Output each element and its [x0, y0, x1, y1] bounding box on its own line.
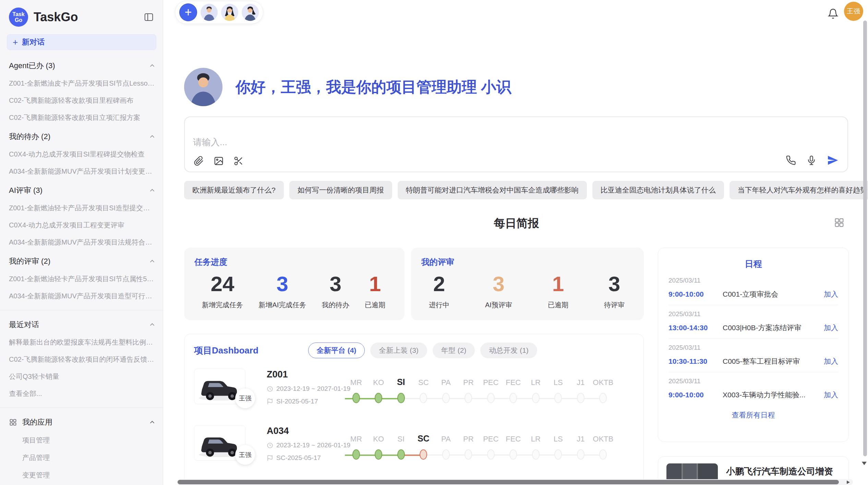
- sidebar-collapse-icon[interactable]: [144, 12, 154, 22]
- list-item[interactable]: C0X4-动力总成开发项目工程变更评审: [9, 221, 156, 230]
- list-item[interactable]: Z001-全新燃油皮卡产品开发项目SI节点Lesson Learn报告: [9, 79, 156, 88]
- list-item[interactable]: Z001-全新燃油轻卡产品开发项目SI造型提交物评审: [9, 203, 156, 213]
- horizontal-scrollbar-thumb[interactable]: [178, 480, 839, 484]
- sidebar-item-my-apps[interactable]: 我的应用: [9, 417, 156, 427]
- sidebar-item-project-mgmt[interactable]: 项目管理: [22, 436, 156, 445]
- join-button[interactable]: 加入: [824, 357, 838, 366]
- tab-new-body[interactable]: 全新上装 (3): [370, 343, 427, 358]
- chevron-up-icon[interactable]: [148, 258, 156, 265]
- list-item[interactable]: A034-全新新能源MUV产品开发项目法规符合性评审: [9, 238, 156, 247]
- card-title: 我的评审: [421, 257, 634, 268]
- section-title: AI评审 (3): [9, 185, 43, 196]
- project-code[interactable]: A034: [267, 426, 345, 436]
- project-flag-date: SI-2025-05-17: [276, 398, 318, 405]
- scissors-icon[interactable]: [233, 156, 244, 166]
- new-chat-button[interactable]: + 新对话: [7, 34, 156, 50]
- list-item[interactable]: 公司Q3轻卡销量: [9, 372, 156, 381]
- milestone-node: [420, 449, 427, 460]
- phone-icon[interactable]: [786, 155, 796, 165]
- clock-icon: [267, 386, 273, 392]
- milestone-node: [352, 449, 360, 460]
- view-all-schedule-link[interactable]: 查看所有日程: [668, 410, 838, 420]
- milestone: PA: [435, 431, 457, 460]
- stat-ai-prereview: 3 AI预评审: [485, 271, 512, 310]
- milestone-node: [509, 393, 517, 403]
- attachment-icon[interactable]: [194, 156, 204, 166]
- tab-powertrain[interactable]: 动总开发 (1): [480, 343, 537, 358]
- milestone-node: [599, 393, 607, 403]
- section-ai-review[interactable]: AI评审 (3): [9, 185, 156, 196]
- join-button[interactable]: 加入: [824, 390, 838, 400]
- suggestion-chip[interactable]: 当下年轻人对汽车外观有怎样的喜好趋势: [730, 181, 868, 199]
- join-button[interactable]: 加入: [824, 323, 838, 333]
- schedule-item: 2025/03/11 9:00-10:00 X003-车辆动力学性能验... 加…: [668, 372, 838, 406]
- project-dates: 2023-12-19 ~ 2027-01-19: [276, 385, 350, 393]
- scroll-right-arrow[interactable]: [847, 481, 850, 484]
- chevron-up-icon[interactable]: [148, 62, 156, 70]
- app-title: TaskGo: [34, 10, 144, 24]
- chat-input[interactable]: [193, 123, 742, 151]
- list-item[interactable]: C02-飞腾新能源轻客改款项目的闭环通告反馈情况: [9, 355, 156, 364]
- milestone-node: [577, 449, 584, 460]
- milestone: PR: [457, 431, 480, 460]
- suggestion-chip[interactable]: 特朗普可能对进口汽车增税会对中国车企造成哪些影响: [398, 181, 587, 199]
- project-owner-badge[interactable]: 王强: [235, 445, 255, 465]
- schedule-title: 日程: [668, 258, 838, 270]
- horizontal-scrollbar[interactable]: [177, 479, 853, 485]
- input-left-icons: [194, 156, 244, 166]
- milestone-node: [509, 449, 517, 460]
- milestone: MR: [345, 374, 367, 403]
- chevron-up-icon[interactable]: [148, 133, 156, 140]
- list-item[interactable]: C02-飞腾新能源轻客改款项目立项汇报方案: [9, 113, 156, 122]
- stat-overdue: 1 已逾期: [365, 271, 385, 310]
- chat-input-box[interactable]: [184, 116, 848, 172]
- milestone-node: [554, 393, 562, 403]
- milestone-node: [577, 393, 584, 403]
- suggestion-chip[interactable]: 如何写一份清晰的项目周报: [289, 181, 392, 199]
- project-owner-badge[interactable]: 王强: [235, 388, 255, 408]
- clock-icon: [267, 442, 273, 449]
- suggestion-chip[interactable]: 欧洲新规最近颁布了什么?: [184, 181, 284, 199]
- milestone-track: MR KO SI SC PA PR PEC FEC LR LS J1 OKTB: [345, 369, 634, 415]
- section-my-todo[interactable]: 我的待办 (2): [9, 132, 156, 142]
- tab-model-year[interactable]: 年型 (2): [433, 343, 475, 358]
- project-code[interactable]: Z001: [267, 369, 345, 380]
- list-item[interactable]: 解释最新出台的欧盟报废车法规再生塑料比例被调至15%...: [9, 338, 156, 347]
- dashboard-title: 项目Dashboard: [194, 345, 258, 357]
- join-button[interactable]: 加入: [824, 289, 838, 299]
- section-agent-done[interactable]: Agent已办 (3): [9, 61, 156, 71]
- sidebar-item-product-mgmt[interactable]: 产品管理: [22, 453, 156, 462]
- input-right-icons: [786, 154, 839, 166]
- right-column: 日程 2025/03/11 9:00-10:00 C001-立项审批会 加入 2…: [658, 248, 849, 485]
- section-recent-chats[interactable]: 最近对话: [9, 320, 156, 330]
- list-item[interactable]: A034-全新新能源MUV产品开发项目造型可行性评审: [9, 291, 156, 301]
- project-flag-date: SC-2025-05-17: [276, 454, 321, 462]
- suggestion-chip[interactable]: 比亚迪全固态电池计划具体说了什么: [592, 181, 724, 199]
- vertical-scrollbar-thumb[interactable]: [863, 21, 867, 456]
- greeting-text: 你好，王强，我是你的项目管理助理 小识: [236, 77, 511, 97]
- section-title: 我的评审 (2): [9, 256, 50, 266]
- content-column: 你好，王强，我是你的项目管理助理 小识 欧洲新规最近颁布了什么? 如何写一份清晰…: [184, 0, 849, 485]
- list-item[interactable]: C0X4-动力总成开发项目SI里程碑提交物检查: [9, 150, 156, 159]
- milestone: OKTB: [592, 431, 615, 460]
- stat-new-done: 24 新增完成任务: [202, 271, 243, 310]
- send-icon[interactable]: [827, 154, 839, 166]
- list-item[interactable]: Z001-全新燃油轻卡产品开发项目SI节点属性5D文件评审: [9, 274, 156, 284]
- tab-new-platform[interactable]: 全新平台 (4): [308, 343, 365, 358]
- milestone-node: [397, 449, 405, 460]
- chevron-up-icon[interactable]: [148, 419, 156, 426]
- section-my-review[interactable]: 我的评审 (2): [9, 256, 156, 266]
- list-item[interactable]: A034-全新新能源MUV产品开发项目计划变更表编写: [9, 167, 156, 176]
- image-icon[interactable]: [214, 156, 224, 166]
- list-item[interactable]: C02-飞腾新能源轻客改款项目里程碑画布: [9, 96, 156, 105]
- scroll-down-arrow[interactable]: [862, 462, 867, 465]
- stat-review-overdue: 1 已逾期: [548, 271, 568, 310]
- view-all-chats[interactable]: 查看全部...: [9, 389, 156, 398]
- sidebar-item-change-mgmt[interactable]: 变更管理: [22, 471, 156, 480]
- milestone-track: MR KO SI SC PA PR PEC FEC LR LS J1 OKTB: [345, 425, 634, 471]
- milestone-node: [554, 449, 562, 460]
- chevron-up-icon[interactable]: [148, 321, 156, 328]
- microphone-icon[interactable]: [806, 155, 817, 165]
- layout-grid-icon[interactable]: [834, 217, 845, 228]
- chevron-up-icon[interactable]: [148, 187, 156, 194]
